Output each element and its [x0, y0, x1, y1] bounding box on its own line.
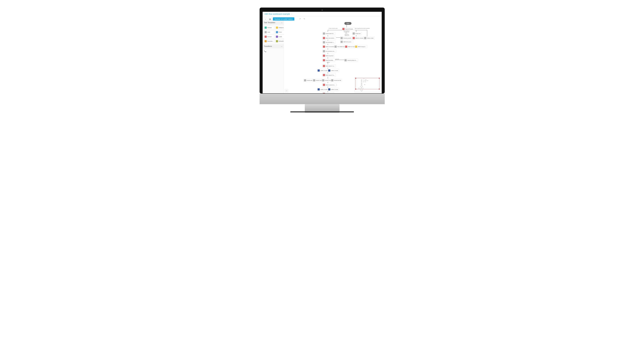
- node-type-icon: [322, 79, 324, 81]
- node-label: Cancel policy re...: [347, 60, 357, 61]
- caption: Approved: [345, 35, 349, 36]
- flow-node-wait1[interactable]: Wait 1st remind...: [322, 36, 336, 40]
- flow-node-abaSubproc[interactable]: ABA formproc...: [355, 45, 367, 48]
- caption: Human van: [344, 31, 349, 32]
- node-label: Letter 3 code: [331, 70, 338, 71]
- monitor-bezel: ABA flow workboard example › ‹ ▦ Opslaan…: [260, 7, 385, 94]
- flow-node-rem1s[interactable]: 1st reminder s...: [322, 41, 335, 44]
- flow-canvas[interactable]: Start If task remain open Investigation …: [284, 20, 382, 93]
- redo-button[interactable]: ↷: [303, 17, 306, 20]
- monitor-frame: ABA flow workboard example › ‹ ▦ Opslaan…: [260, 7, 385, 111]
- start-node[interactable]: Start: [344, 22, 352, 25]
- flow-node-searchCreate[interactable]: Search/Create...: [342, 27, 355, 31]
- subprocess-icon: [276, 26, 278, 29]
- code-icon: [276, 36, 278, 38]
- node-label: Wait cancel 2 p...: [326, 74, 335, 76]
- minimap[interactable]: [354, 77, 380, 92]
- node-label: ABA form proc...: [343, 41, 352, 42]
- node-type-icon: [355, 46, 357, 48]
- node-type-icon: [323, 59, 325, 61]
- node-type-icon: [323, 37, 325, 39]
- flow-node-waitReview[interactable]: Wait for review...: [352, 36, 365, 40]
- node-type-icon: [323, 84, 325, 86]
- screen-icon: [264, 36, 267, 38]
- undo-icon: ↶: [299, 18, 301, 20]
- template-human[interactable]: Human: [264, 26, 274, 29]
- node-type-icon: [323, 50, 325, 52]
- flow-node-l2b[interactable]: Letter 2 code: [317, 88, 328, 91]
- node-label: Email last AB: [334, 80, 341, 81]
- flow-node-reviewPoss[interactable]: Review possib...: [340, 36, 353, 40]
- node-type-icon: [334, 46, 337, 48]
- node-label: Wait cancel 1 p...: [326, 65, 335, 67]
- node-type-icon: [318, 88, 320, 90]
- template-screen[interactable]: Screen: [264, 35, 274, 38]
- flow-node-abaFormProc[interactable]: ABA form proc...: [340, 40, 353, 43]
- flow-node-l2a[interactable]: Letter 2 code: [317, 69, 328, 72]
- template-document[interactable]: Docume...: [264, 39, 274, 43]
- node-label: 2d reminder em...: [326, 50, 335, 52]
- node-type-icon: [323, 41, 325, 43]
- form-icon: [276, 31, 278, 33]
- minimap-viewport[interactable]: [356, 78, 380, 89]
- node-type-icon: [323, 93, 325, 93]
- node-type-icon: [323, 32, 325, 34]
- flow-node-emailClient[interactable]: Email client St...: [322, 32, 335, 35]
- redo-icon: ↷: [304, 18, 305, 20]
- flow-node-rem2s[interactable]: 2d reminder em...: [322, 49, 336, 53]
- node-label: Review possib...: [343, 37, 352, 39]
- grid-toggle-button[interactable]: ▦: [268, 17, 272, 21]
- node-type-icon: [353, 32, 355, 34]
- breadcrumb-title[interactable]: ABA flow workboard example: [264, 13, 290, 15]
- node-type-icon: [331, 79, 333, 81]
- template-auto[interactable]: Auto: [264, 30, 274, 34]
- node-label: Wait 3d period: [326, 55, 333, 56]
- chevron-left-icon: ‹: [265, 18, 266, 20]
- flow-node-newAba[interactable]: New ABA form: [334, 45, 346, 48]
- flow-node-wait3[interactable]: Wait 3d period: [322, 54, 334, 57]
- node-type-icon: [323, 46, 325, 48]
- node-label: Wait 1st remind...: [326, 37, 335, 39]
- templates-header[interactable]: Task Templates ︿: [262, 20, 284, 25]
- node-label: Green email: [367, 37, 374, 39]
- fullscreen-button[interactable]: [285, 89, 288, 92]
- flow-node-waitC2[interactable]: Wait cancel 2 p...: [322, 73, 336, 77]
- flow-node-waitC3[interactable]: Wait 3 cancel re...: [322, 83, 336, 86]
- undo-button[interactable]: ↶: [298, 17, 302, 20]
- edge: [328, 30, 343, 30]
- transitions-header[interactable]: Transitions ︿: [262, 44, 284, 48]
- back-button[interactable]: ‹: [264, 17, 267, 21]
- node-label: StartCancella...: [326, 60, 334, 61]
- flow-node-cancelPolicy[interactable]: Cancel policy re...: [344, 59, 358, 62]
- node-label: Email client St...: [326, 33, 334, 34]
- flow-node-wait4[interactable]: Wait 4 cancel: [322, 92, 334, 93]
- scheduler-icon: [276, 40, 278, 42]
- save-activate-button[interactable]: Opslaan en actief maken: [273, 17, 294, 21]
- node-label: Letter 3 code: [331, 89, 338, 90]
- auto-icon: [264, 31, 267, 33]
- node-label: Letter 2 code: [320, 70, 328, 71]
- flow-node-greenEmail[interactable]: Green email: [364, 36, 374, 40]
- node-type-icon: [313, 79, 315, 81]
- flow-node-emailUser[interactable]: Email user: [304, 79, 314, 82]
- node-type-icon: [340, 37, 343, 39]
- flow-node-wait2[interactable]: Wait 2d reminder: [322, 45, 336, 48]
- node-label: Search/Create...: [345, 28, 354, 30]
- human-icon: [264, 26, 267, 29]
- node-type-icon: [328, 69, 330, 71]
- transition-arrow-tool[interactable]: [264, 49, 267, 53]
- node-type-icon: [353, 37, 355, 39]
- flow-node-l3a[interactable]: Letter 3 code: [328, 69, 339, 72]
- flow-node-startCancel[interactable]: StartCancella...: [322, 59, 335, 62]
- node-label: Wait 3 cancel re...: [326, 84, 335, 86]
- flow-node-emailRed[interactable]: Email red: [352, 32, 362, 35]
- node-type-icon: [323, 55, 325, 57]
- caption: 1 periode: [334, 59, 339, 60]
- breadcrumb[interactable]: ABA flow workboard example ›: [264, 13, 292, 15]
- node-label: ABA formproc...: [358, 46, 366, 47]
- node-type-icon: [328, 88, 330, 90]
- node-label: Wait 2d reminder: [326, 46, 335, 47]
- flow-node-l3b[interactable]: Letter 3 code: [328, 88, 339, 91]
- flow-node-waitC1[interactable]: Wait cancel 1 p...: [322, 64, 336, 68]
- flow-node-emailLastAB[interactable]: Email last AB: [331, 79, 342, 82]
